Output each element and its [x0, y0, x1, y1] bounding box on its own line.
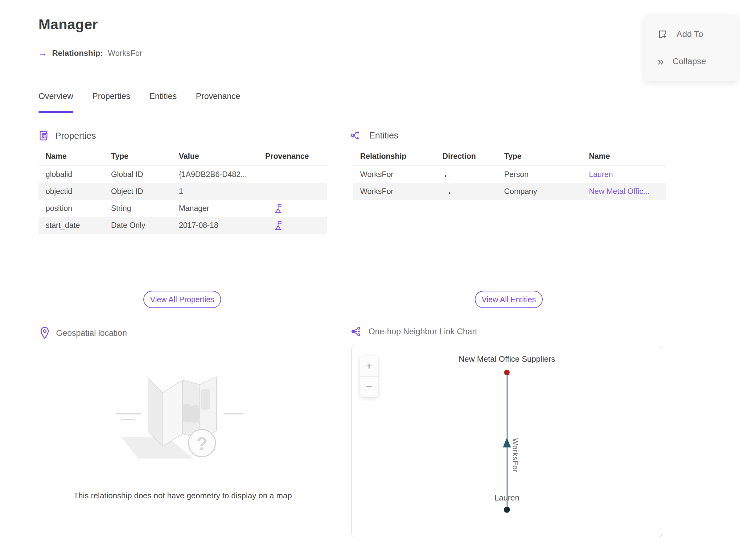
view-all-properties-button[interactable]: View All Properties — [144, 291, 221, 308]
add-to-icon — [657, 29, 668, 39]
entities-col-name: Name — [589, 148, 666, 166]
entities-col-direction: Direction — [443, 148, 504, 166]
property-cell-provenance — [265, 217, 327, 234]
property-cell-type: Object ID — [111, 183, 179, 200]
provenance-flag-icon[interactable] — [274, 220, 282, 230]
graph-node-label-company: New Metal Office Suppliers — [458, 354, 556, 364]
zoom-in-button[interactable]: + — [360, 356, 378, 376]
entity-cell-type: Company — [504, 183, 589, 200]
properties-icon — [38, 130, 49, 141]
floating-actions-card: Add To » Collapse — [644, 15, 737, 81]
geospatial-section-title: Geospatial location — [56, 329, 127, 338]
breadcrumb: → Relationship: WorksFor — [38, 48, 143, 58]
entity-cell-relationship: WorksFor — [353, 183, 443, 200]
entities-section-title: Entities — [369, 130, 398, 141]
tab-entities[interactable]: Entities — [150, 92, 177, 113]
property-cell-provenance — [265, 183, 327, 200]
link-chart-section-header: One-hop Neighbor Link Chart — [351, 326, 477, 337]
entities-table: Relationship Direction Type Name WorksFo… — [353, 148, 666, 200]
zoom-control: + − — [360, 356, 378, 397]
tab-overview[interactable]: Overview — [38, 92, 73, 113]
property-cell-name: objectid — [38, 183, 111, 200]
tab-properties[interactable]: Properties — [92, 92, 130, 113]
add-to-button[interactable]: Add To — [644, 29, 737, 39]
zoom-out-button[interactable]: − — [360, 376, 378, 397]
tab-provenance[interactable]: Provenance — [196, 92, 240, 113]
properties-col-provenance: Provenance — [265, 148, 327, 166]
link-chart-section-title: One-hop Neighbor Link Chart — [368, 327, 477, 337]
property-cell-value: {1A9DB2B6-D482... — [179, 166, 265, 183]
entity-cell-direction: → — [443, 183, 504, 200]
properties-col-value: Value — [179, 148, 265, 166]
properties-col-type: Type — [111, 148, 179, 166]
properties-table: Name Type Value Provenance globalid Glob… — [38, 148, 327, 234]
property-cell-type: Date Only — [111, 217, 179, 234]
link-chart-icon — [351, 326, 362, 337]
graph-edge-label: WorksFor — [511, 438, 520, 473]
property-cell-type: Global ID — [111, 166, 179, 183]
provenance-flag-icon[interactable] — [274, 203, 282, 213]
property-cell-value: Manager — [179, 200, 265, 217]
no-geometry-message: This relationship does not have geometry… — [38, 491, 327, 500]
svg-text:?: ? — [196, 433, 208, 454]
property-cell-name: position — [38, 200, 111, 217]
graph-edge-arrow-icon — [503, 438, 511, 448]
entities-section-header: Entities — [351, 130, 398, 141]
property-cell-type: String — [111, 200, 179, 217]
entity-link-lauren[interactable]: Lauren — [589, 170, 613, 179]
page-title: Manager — [38, 16, 98, 33]
map-placeholder-illustration: ? — [102, 365, 247, 473]
entities-icon — [351, 130, 363, 141]
graph-node-label-person: Lauren — [476, 493, 538, 503]
entities-col-relationship: Relationship — [353, 148, 443, 166]
view-all-entities-button[interactable]: View All Entities — [475, 291, 543, 308]
property-cell-provenance — [265, 166, 327, 183]
property-cell-value: 2017-08-18 — [179, 217, 265, 234]
geospatial-section-header: Geospatial location — [39, 326, 127, 340]
collapse-icon: » — [657, 56, 664, 67]
collapse-label: Collapse — [672, 57, 706, 66]
collapse-button[interactable]: » Collapse — [644, 56, 737, 67]
relationship-value: WorksFor — [108, 49, 143, 58]
add-to-label: Add To — [676, 29, 703, 39]
entity-cell-direction: ← — [443, 166, 504, 183]
entity-cell-relationship: WorksFor — [353, 166, 443, 183]
link-chart-canvas[interactable]: + − New Metal Office Suppliers WorksFor … — [352, 346, 662, 537]
entity-cell-type: Person — [504, 166, 589, 183]
graph-node-person[interactable] — [504, 507, 510, 513]
map-pin-icon — [39, 326, 50, 340]
entities-col-type: Type — [504, 148, 589, 166]
properties-section-header: Properties — [38, 130, 96, 141]
properties-col-name: Name — [38, 148, 111, 166]
relationship-label: Relationship: — [52, 49, 103, 58]
property-cell-name: globalid — [38, 166, 111, 183]
property-cell-name: start_date — [38, 217, 111, 234]
property-cell-provenance — [265, 200, 327, 217]
relationship-arrow-icon: → — [38, 48, 47, 58]
properties-section-title: Properties — [55, 131, 96, 141]
property-cell-value: 1 — [179, 183, 265, 200]
tab-bar: Overview Properties Entities Provenance — [38, 92, 240, 113]
entity-link-company[interactable]: New Metal Offic... — [589, 187, 650, 196]
